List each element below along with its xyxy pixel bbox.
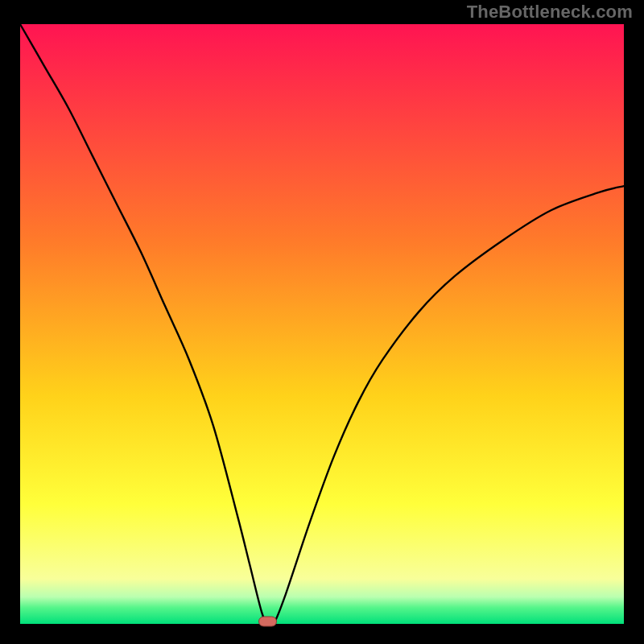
chart-svg — [0, 0, 644, 644]
watermark-text: TheBottleneck.com — [467, 2, 633, 23]
chart-frame: { "watermark": "TheBottleneck.com", "col… — [0, 0, 644, 644]
plot-background — [20, 24, 624, 624]
optimum-marker — [259, 617, 277, 626]
